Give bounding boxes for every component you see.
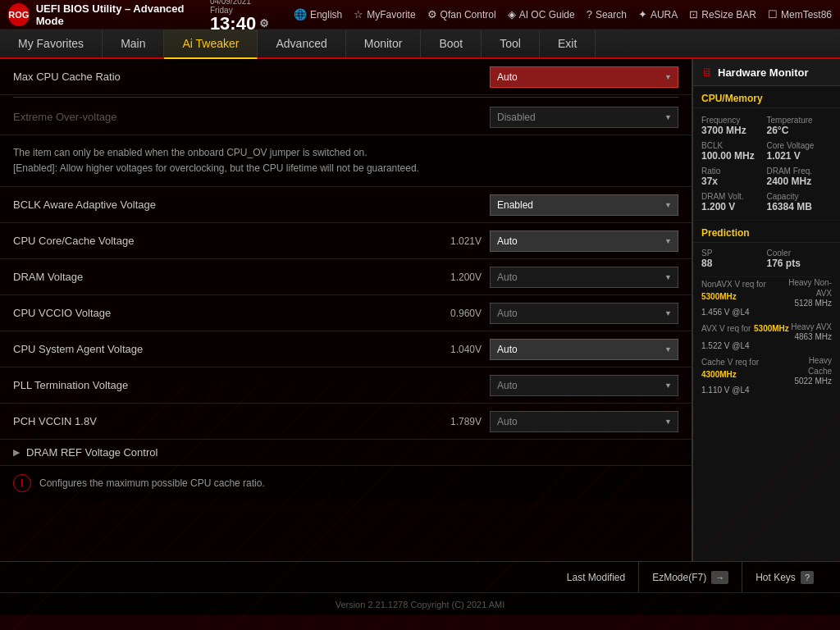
time-area: 04/09/2021 Friday 13:40 ⚙ xyxy=(210,0,276,33)
pll-termination-control[interactable] xyxy=(490,375,678,396)
prediction-section-title: Prediction xyxy=(693,221,840,243)
cpu-core-cache-label: CPU Core/Cache Voltage xyxy=(13,235,424,247)
pch-vccin-value: 1.789V xyxy=(424,416,482,427)
qfan-button[interactable]: ⚙ Qfan Control xyxy=(427,8,496,21)
favorite-icon: ☆ xyxy=(354,8,363,21)
logo-area: ROG UEFI BIOS Utility – Advanced Mode xyxy=(8,2,200,27)
search-icon: ? xyxy=(587,8,592,21)
nav-bar: My Favorites Main Ai Tweaker Advanced Mo… xyxy=(0,30,840,59)
version-bar: Version 2.21.1278 Copyright (C) 2021 AMI xyxy=(0,592,840,615)
bios-title: UEFI BIOS Utility – Advanced Mode xyxy=(36,2,200,27)
avx-pred-row: AVX V req for 5300MHz Heavy AVX 4863 MHz… xyxy=(701,322,832,350)
hw-cpu-memory-grid: Frequency 3700 MHz Temperature 26°C BCLK… xyxy=(693,108,840,221)
myfavorite-button[interactable]: ☆ MyFavorite xyxy=(354,8,415,21)
cpu-vccio-input[interactable] xyxy=(490,303,678,324)
aura-button[interactable]: ✦ AURA xyxy=(638,8,678,21)
max-cpu-cache-ratio-select[interactable]: Auto xyxy=(490,66,678,88)
info-row: i Configures the maximum possible CPU ca… xyxy=(0,466,692,500)
hot-keys-button[interactable]: Hot Keys ? xyxy=(742,562,827,592)
aioc-button[interactable]: ◈ AI OC Guide xyxy=(508,8,575,21)
last-modified-button[interactable]: Last Modified xyxy=(554,562,638,592)
info-text: Configures the maximum possible CPU cach… xyxy=(39,477,265,489)
rog-logo: ROG xyxy=(8,3,30,26)
cache-pred-row: Cache V req for 4300MHz Heavy Cache 5022… xyxy=(701,355,832,395)
cpu-system-agent-control[interactable]: Auto xyxy=(490,339,678,360)
ez-mode-button[interactable]: EzMode(F7) → xyxy=(638,562,742,592)
core-voltage-cell: Core Voltage 1.021 V xyxy=(767,139,833,164)
nav-tool[interactable]: Tool xyxy=(482,30,540,57)
cpu-system-agent-value: 1.040V xyxy=(424,344,482,355)
nav-exit[interactable]: Exit xyxy=(540,30,596,57)
capacity-cell: Capacity 16384 MB xyxy=(767,189,833,215)
nav-my-favorites[interactable]: My Favorites xyxy=(0,30,103,57)
cpu-vccio-control[interactable] xyxy=(490,303,678,324)
search-button[interactable]: ? Search xyxy=(587,8,627,21)
extreme-overvoltage-row: Extreme Over-voltage xyxy=(0,99,692,135)
extreme-overvoltage-label: Extreme Over-voltage xyxy=(13,111,490,123)
collapse-arrow-icon: ▶ xyxy=(13,447,20,458)
pll-termination-row: PLL Termination Voltage xyxy=(0,368,692,404)
nav-boot[interactable]: Boot xyxy=(421,30,482,57)
extreme-overvoltage-input xyxy=(490,107,678,128)
hot-keys-icon: ? xyxy=(801,571,814,584)
nav-monitor[interactable]: Monitor xyxy=(346,30,422,57)
dram-voltage-control[interactable] xyxy=(490,267,678,288)
hot-keys-label: Hot Keys xyxy=(756,572,796,583)
fan-icon: ⚙ xyxy=(427,8,437,21)
cpu-core-cache-row: CPU Core/Cache Voltage 1.021V Auto xyxy=(0,223,692,259)
english-button[interactable]: 🌐 English xyxy=(294,8,342,21)
bclk-aware-label: BCLK Aware Adaptive Voltage xyxy=(13,199,490,211)
resizebar-button[interactable]: ⊡ ReSize BAR xyxy=(689,8,756,21)
top-actions: 🌐 English ☆ MyFavorite ⚙ Qfan Control ◈ … xyxy=(294,8,832,21)
content-area: Max CPU Cache Ratio Auto Extreme Over-vo… xyxy=(0,59,692,561)
resize-icon: ⊡ xyxy=(689,8,698,21)
pch-vccin-row: PCH VCCIN 1.8V 1.789V xyxy=(0,404,692,440)
nav-ai-tweaker[interactable]: Ai Tweaker xyxy=(164,30,258,59)
frequency-cell: Frequency 3700 MHz xyxy=(701,113,767,139)
monitor-icon: 🖥 xyxy=(701,66,713,79)
sp-cell: SP 88 xyxy=(701,246,767,272)
description-area: The item can only be enabled when the on… xyxy=(0,135,692,187)
description-text: The item can only be enabled when the on… xyxy=(13,145,678,176)
sp-cooler-grid: SP 88 Cooler 176 pts xyxy=(701,246,832,277)
cpu-vccio-label: CPU VCCIO Voltage xyxy=(13,307,424,319)
pll-termination-input[interactable] xyxy=(490,375,678,396)
bclk-aware-select[interactable]: Enabled Disabled xyxy=(490,194,678,216)
aura-icon: ✦ xyxy=(638,8,647,21)
dram-voltage-label: DRAM Voltage xyxy=(13,271,424,283)
info-icon: i xyxy=(13,474,31,492)
dram-voltage-input[interactable] xyxy=(490,267,678,288)
cooler-cell: Cooler 176 pts xyxy=(767,246,833,272)
bclk-aware-control[interactable]: Enabled Disabled xyxy=(490,194,678,216)
cpu-vccio-row: CPU VCCIO Voltage 0.960V xyxy=(0,295,692,331)
prediction-section: SP 88 Cooler 176 pts NonAVX V req for 53… xyxy=(693,243,840,406)
bottom-bar: Last Modified EzMode(F7) → Hot Keys ? xyxy=(0,561,840,592)
settings-icon[interactable]: ⚙ xyxy=(259,18,269,29)
cpu-system-agent-select[interactable]: Auto xyxy=(490,339,678,360)
ez-mode-label: EzMode(F7) xyxy=(652,572,706,583)
memtest-button[interactable]: ☐ MemTest86 xyxy=(768,8,832,21)
main-layout: Max CPU Cache Ratio Auto Extreme Over-vo… xyxy=(0,59,840,561)
cpu-core-cache-control[interactable]: Auto xyxy=(490,231,678,252)
nav-advanced[interactable]: Advanced xyxy=(258,30,345,57)
top-bar: ROG UEFI BIOS Utility – Advanced Mode 04… xyxy=(0,0,840,30)
max-cpu-cache-ratio-control[interactable]: Auto xyxy=(490,66,678,88)
dram-volt-cell: DRAM Volt. 1.200 V xyxy=(701,189,767,215)
pch-vccin-input[interactable] xyxy=(490,411,678,432)
ez-mode-icon: → xyxy=(711,571,728,584)
language-icon: 🌐 xyxy=(294,8,307,21)
cpu-core-cache-value: 1.021V xyxy=(424,235,482,247)
dram-voltage-value: 1.200V xyxy=(424,272,482,283)
nonavx-pred-row: NonAVX V req for 5300MHz Heavy Non-AVX 5… xyxy=(701,277,832,317)
pll-termination-label: PLL Termination Voltage xyxy=(13,379,424,391)
dram-ref-voltage-collapsible[interactable]: ▶ DRAM REF Voltage Control xyxy=(0,440,692,466)
ratio-cell: Ratio 37x xyxy=(701,164,767,189)
cpu-system-agent-label: CPU System Agent Voltage xyxy=(13,343,424,355)
cpu-core-cache-select[interactable]: Auto xyxy=(490,231,678,252)
pch-vccin-control[interactable] xyxy=(490,411,678,432)
extreme-overvoltage-control xyxy=(490,107,678,128)
nav-main[interactable]: Main xyxy=(103,30,164,57)
bclk-aware-row: BCLK Aware Adaptive Voltage Enabled Disa… xyxy=(0,187,692,223)
cpu-system-agent-row: CPU System Agent Voltage 1.040V Auto xyxy=(0,331,692,368)
last-modified-label: Last Modified xyxy=(567,572,625,583)
